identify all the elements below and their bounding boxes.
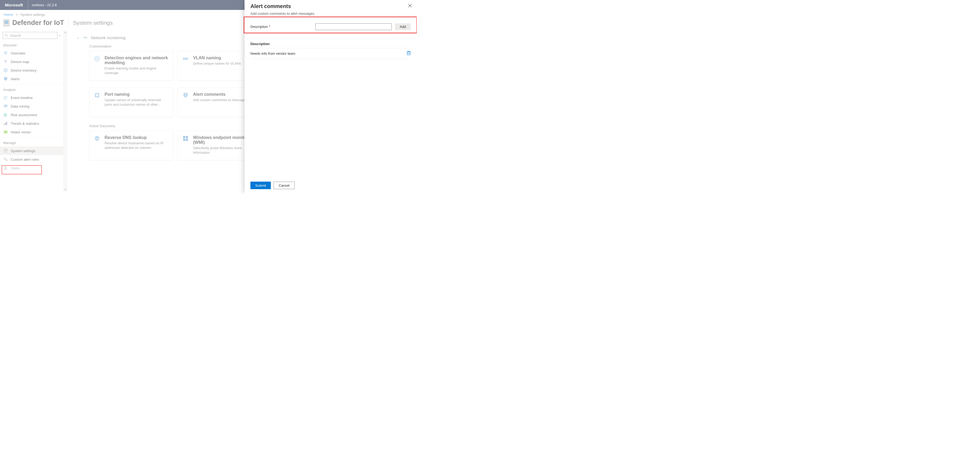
timeline-icon [3, 95, 8, 100]
sidebar-item-risk-assessment[interactable]: Risk assessment [0, 110, 63, 119]
brand: Microsoft [0, 0, 28, 10]
close-button[interactable] [408, 4, 412, 8]
sidebar-item-data-mining[interactable]: Data mining [0, 102, 63, 110]
sidebar-item-custom-alert-rules[interactable]: Custom alert rules [0, 155, 63, 164]
card-title: Detection engines and network modelling [105, 56, 169, 65]
sidebar-item-attack-vector[interactable]: Attack vector [0, 128, 63, 136]
delete-button[interactable] [407, 51, 411, 56]
search-input[interactable] [10, 34, 56, 38]
sidebar-item-event-timeline[interactable]: Event timeline [0, 93, 63, 102]
svg-rect-35 [185, 94, 186, 95]
data-mining-icon [3, 104, 8, 109]
chevron-down-icon[interactable]: ⌄ [77, 36, 80, 40]
table-header-description: Description [250, 40, 411, 48]
add-button[interactable]: Add [395, 23, 411, 30]
svg-point-30 [184, 59, 185, 59]
comment-text: Needs info from vendor team [250, 51, 296, 56]
panel-subtitle: Add custom comments to alert messages [245, 11, 417, 18]
sidebar-item-trends-statistics[interactable]: Trends & statistics [0, 119, 63, 128]
shield-icon [3, 51, 8, 56]
svg-rect-4 [5, 78, 6, 79]
page-title: Defender for IoT [12, 19, 64, 27]
svg-point-28 [96, 57, 98, 60]
nav-section-label: Analyze [0, 86, 63, 93]
trash-icon [407, 51, 411, 55]
search-box[interactable] [3, 32, 57, 39]
svg-point-0 [5, 34, 7, 36]
nav-section-analyze: Analyze Event timeline Data mining Risk … [0, 86, 63, 136]
sidebar-item-label: Alerts [11, 77, 19, 81]
svg-rect-25 [84, 36, 85, 37]
vlan-icon [182, 56, 189, 62]
page-subtitle: System settings [73, 19, 113, 26]
tenant-label: contoso - 22.2.6 [28, 3, 60, 7]
sidebar: « Discover Overview Device map Device in… [0, 30, 64, 192]
svg-line-1 [7, 36, 8, 37]
svg-rect-39 [183, 136, 185, 138]
svg-rect-13 [5, 115, 6, 115]
sidebar-item-device-map[interactable]: Device map [0, 57, 63, 66]
svg-point-31 [185, 59, 186, 59]
target-icon [94, 56, 100, 62]
svg-rect-42 [186, 139, 188, 141]
comments-table: Description Needs info from vendor team [250, 40, 411, 59]
description-input[interactable] [315, 23, 392, 30]
settings-list-icon [3, 148, 8, 153]
svg-point-2 [5, 60, 7, 62]
port-icon [94, 92, 100, 99]
collapse-sidebar-button[interactable]: « [59, 34, 60, 37]
network-icon [83, 35, 88, 40]
sidebar-item-label: Attack vector [11, 130, 31, 134]
svg-rect-16 [6, 122, 7, 125]
svg-point-22 [6, 160, 7, 161]
svg-rect-34 [96, 94, 98, 96]
svg-rect-36 [185, 96, 186, 96]
sidebar-item-device-inventory[interactable]: Device inventory [0, 66, 63, 75]
svg-rect-15 [5, 123, 6, 125]
sidebar-item-label: Data mining [11, 104, 29, 109]
sidebar-item-label: Custom alert rules [11, 158, 39, 161]
breadcrumb-current: System settings [21, 13, 45, 17]
dns-icon: DNS [94, 135, 100, 142]
panel-footer: Submit Cancel [245, 178, 417, 193]
nav-section-label: Discover [0, 41, 63, 49]
scroll-up-icon[interactable]: ▲ [64, 31, 67, 34]
svg-rect-41 [183, 139, 185, 141]
sidebar-item-alerts[interactable]: Alerts [0, 75, 63, 83]
svg-rect-14 [4, 123, 5, 125]
svg-point-32 [187, 59, 187, 59]
nav-section-label: Manage [0, 139, 63, 147]
shield-alert-icon [182, 92, 189, 99]
description-form-row: Description* Add [245, 19, 417, 35]
card-desc: Enable learning modes and engine coverag… [105, 66, 169, 75]
attack-vector-icon [3, 129, 8, 134]
sidebar-item-label: Risk assessment [11, 113, 37, 117]
rules-icon [3, 157, 8, 162]
sidebar-scrollbar[interactable]: ▲ ▼ [64, 30, 67, 192]
card-title: Port naming [105, 92, 169, 97]
sidebar-item-label: System settings [11, 149, 35, 153]
svg-rect-3 [5, 62, 6, 63]
card-reverse-dns[interactable]: DNS Reverse DNS lookup Resolve device ho… [89, 131, 173, 160]
svg-rect-10 [5, 108, 6, 108]
panel-title: Alert comments [250, 3, 411, 10]
svg-rect-40 [186, 136, 188, 138]
sidebar-item-system-settings[interactable]: System settings [0, 147, 63, 155]
sidebar-item-overview[interactable]: Overview [0, 49, 63, 57]
svg-rect-7 [4, 97, 8, 98]
svg-text:DNS: DNS [94, 137, 99, 140]
sidebar-item-users[interactable]: Users [0, 164, 63, 172]
sidebar-item-label: Overview [11, 51, 25, 55]
users-icon [3, 166, 8, 170]
svg-point-23 [5, 166, 6, 168]
submit-button[interactable]: Submit [250, 182, 271, 189]
card-detection-engines[interactable]: Detection engines and network modelling … [89, 51, 173, 80]
scroll-down-icon[interactable]: ▼ [64, 188, 67, 191]
card-desc: Update names of universally reserved por… [105, 98, 169, 107]
card-port-naming[interactable]: Port naming Update names of universally … [89, 88, 173, 117]
search-icon [5, 34, 8, 37]
cancel-button[interactable]: Cancel [274, 182, 294, 189]
breadcrumb-home[interactable]: Home [4, 13, 13, 17]
inventory-icon [3, 68, 8, 73]
svg-rect-9 [4, 105, 8, 107]
